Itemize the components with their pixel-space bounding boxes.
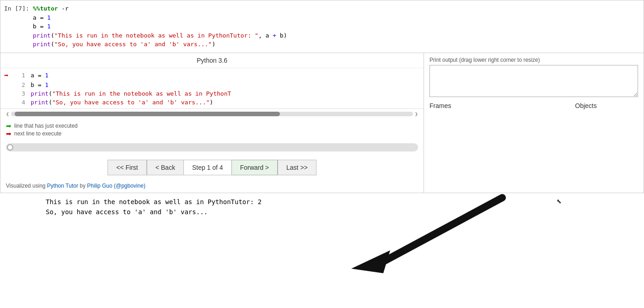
code-content: %%tutor -r a = 1 b = 1 print("This is ru… — [33, 4, 644, 49]
cursor-icon: ⬉ — [556, 196, 562, 207]
svg-marker-1 — [351, 250, 390, 273]
legend: ➡ line that has just executed ➡ next lin… — [0, 119, 424, 140]
red-arrow-1: ➡ — [4, 71, 15, 80]
bottom-section: This is run in the notebook as well as i… — [0, 193, 644, 221]
step-indicator: Step 1 of 4 — [184, 160, 231, 175]
code-line-1: %%tutor -r — [33, 4, 644, 13]
scrollbar-area[interactable]: ❮ ❯ — [0, 108, 424, 119]
code-display-line-4: 4 print("So, you have access to 'a' and … — [0, 98, 424, 107]
code-cell: In [7]: %%tutor -r a = 1 b = 1 print("Th… — [0, 0, 644, 53]
step-slider[interactable] — [6, 143, 418, 151]
line-num-1: 1 — [17, 72, 25, 79]
by-text: by — [80, 183, 86, 189]
scroll-left-arrow[interactable]: ❮ — [4, 111, 11, 117]
code-display: ➡ 1 a = 1 2 b = 1 3 print("This is run i… — [0, 68, 424, 108]
tutor-right: Print output (drag lower right corner to… — [424, 53, 644, 193]
line-num-2: 2 — [17, 81, 25, 88]
tutor-container: Python 3.6 ➡ 1 a = 1 2 b = 1 3 print("Th… — [0, 53, 644, 193]
code-display-line-2: 2 b = 1 — [0, 81, 424, 89]
forward-button[interactable]: Forward > — [231, 160, 278, 175]
tutor-title: Python 3.6 — [0, 53, 424, 68]
attribution-text: Visualized using — [6, 183, 46, 189]
big-arrow-svg — [324, 193, 507, 276]
philip-guo-link[interactable]: Philip Guo — [87, 183, 112, 189]
line-code-4: print("So, you have access to 'a' and 'b… — [31, 99, 213, 106]
code-display-line-1: ➡ 1 a = 1 — [0, 70, 424, 81]
code-line-4: print("This is run in the notebook as we… — [33, 31, 644, 40]
scroll-track[interactable] — [11, 112, 413, 116]
cell-label: In [7]: — [0, 4, 33, 12]
code-display-line-3: 3 print("This is run in the notebook as … — [0, 89, 424, 98]
step-slider-thumb[interactable] — [7, 144, 13, 151]
output-line-1: This is run in the notebook as well as i… — [46, 197, 262, 207]
objects-label: Objects — [534, 102, 638, 109]
legend-green-text: line that has just executed — [14, 123, 78, 129]
back-button[interactable]: < Back — [147, 160, 184, 175]
attribution: Visualized using Python Tutor by Philip … — [0, 181, 424, 193]
no-arrow-4 — [4, 99, 15, 106]
scroll-right-arrow[interactable]: ❯ — [413, 111, 420, 117]
svg-line-0 — [379, 198, 502, 264]
frames-objects: Frames Objects — [429, 98, 638, 113]
legend-green-arrow: ➡ — [6, 122, 11, 130]
no-arrow-3 — [4, 90, 15, 97]
output-text: This is run in the notebook as well as i… — [0, 193, 307, 221]
legend-red-text: next line to execute — [14, 130, 61, 137]
legend-red: ➡ next line to execute — [6, 130, 418, 137]
print-output-label: Print output (drag lower right corner to… — [429, 57, 638, 63]
legend-green: ➡ line that has just executed — [6, 122, 418, 130]
output-line-2: So, you have access to 'a' and 'b' vars.… — [46, 207, 262, 217]
line-num-4: 4 — [17, 99, 25, 106]
python-tutor-link[interactable]: Python Tutor — [47, 183, 78, 189]
step-slider-area[interactable] — [0, 140, 424, 154]
code-line-3: b = 1 — [33, 22, 644, 31]
frames-label: Frames — [429, 102, 534, 109]
line-code-3: print("This is run in the notebook as we… — [31, 90, 231, 97]
code-line-5: print("So, you have access to 'a' and 'b… — [33, 40, 644, 49]
big-arrow-container — [324, 193, 507, 276]
legend-red-arrow: ➡ — [6, 130, 11, 137]
first-button[interactable]: << First — [107, 160, 146, 175]
no-arrow-2 — [4, 81, 15, 88]
print-output-box[interactable] — [429, 65, 638, 97]
pgbovine-link[interactable]: (@pgbovine) — [114, 183, 145, 189]
last-button[interactable]: Last >> — [278, 160, 317, 175]
line-code-1: a = 1 — [31, 72, 48, 79]
line-num-3: 3 — [17, 90, 25, 97]
code-line-2: a = 1 — [33, 13, 644, 22]
line-code-2: b = 1 — [31, 81, 48, 88]
nav-buttons: << First < Back Step 1 of 4 Forward > La… — [0, 154, 424, 181]
scroll-thumb[interactable] — [15, 112, 280, 116]
code-magic: %%tutor — [33, 5, 58, 12]
tutor-left: Python 3.6 ➡ 1 a = 1 2 b = 1 3 print("Th… — [0, 53, 424, 193]
